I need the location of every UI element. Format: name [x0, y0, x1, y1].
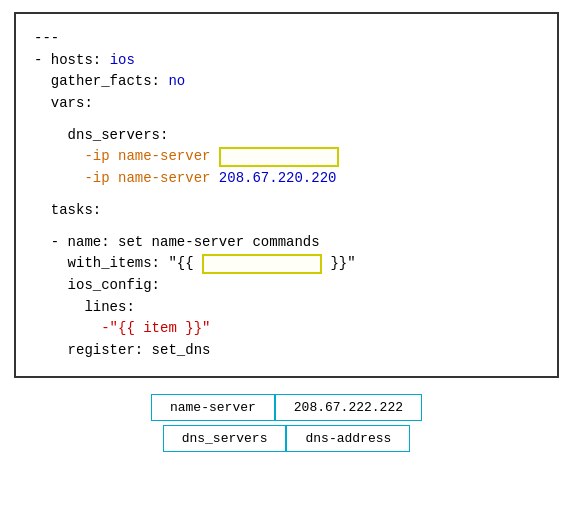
- code-text: -ip name-server: [34, 146, 219, 168]
- table-cell-val-1: 208.67.222.222: [275, 394, 422, 421]
- table-cell-key-2: dns_servers: [163, 425, 287, 452]
- code-line-16: -"{{ item }}": [34, 318, 539, 340]
- code-line-14: ios_config:: [34, 275, 539, 297]
- code-value: no: [168, 71, 185, 93]
- table-cell-val-2: dns-address: [286, 425, 410, 452]
- code-block: --- - hosts: ios gather_facts: no vars: …: [14, 12, 559, 378]
- code-line-8: -ip name-server 208.67.220.220: [34, 168, 539, 190]
- code-text: }}": [322, 253, 356, 275]
- table-row-1: name-server 208.67.222.222: [151, 394, 422, 421]
- code-text: - name: set name-server commands: [34, 232, 320, 254]
- variable-table: name-server 208.67.222.222 dns_servers d…: [151, 394, 422, 452]
- code-line-15: lines:: [34, 297, 539, 319]
- code-text: ---: [34, 28, 59, 50]
- code-line-3: gather_facts: no: [34, 71, 539, 93]
- code-line-2: - hosts: ios: [34, 50, 539, 72]
- code-line-13: with_items: "{{ }}": [34, 253, 539, 275]
- code-line-4: vars:: [34, 93, 539, 115]
- code-line-1: ---: [34, 28, 539, 50]
- code-text: register: set_dns: [34, 340, 210, 362]
- input-placeholder-2[interactable]: [202, 254, 322, 274]
- code-line-17: register: set_dns: [34, 340, 539, 362]
- code-value: ios: [110, 50, 135, 72]
- code-text: - hosts:: [34, 50, 110, 72]
- table-row-2: dns_servers dns-address: [163, 425, 411, 452]
- code-text: -"{{ item }}": [34, 318, 210, 340]
- code-line-12: - name: set name-server commands: [34, 232, 539, 254]
- table-cell-key-1: name-server: [151, 394, 275, 421]
- code-text: gather_facts:: [34, 71, 168, 93]
- code-text: dns_servers:: [34, 125, 168, 147]
- code-text: ios_config:: [34, 275, 160, 297]
- code-text: tasks:: [34, 200, 101, 222]
- code-line-6: dns_servers:: [34, 125, 539, 147]
- code-line-10: tasks:: [34, 200, 539, 222]
- code-text: with_items: "{{: [34, 253, 202, 275]
- code-text: -ip name-server: [34, 168, 219, 190]
- code-text: lines:: [34, 297, 135, 319]
- code-text: vars:: [34, 93, 93, 115]
- input-placeholder-1[interactable]: [219, 147, 339, 167]
- code-line-7: -ip name-server: [34, 146, 539, 168]
- code-value: 208.67.220.220: [219, 168, 337, 190]
